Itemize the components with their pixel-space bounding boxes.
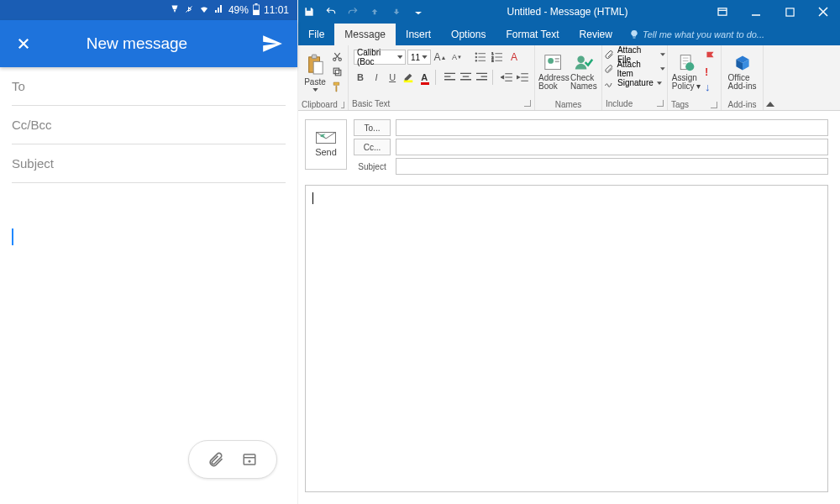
grow-font-button[interactable]: A▲ <box>433 50 448 65</box>
minimize-button[interactable] <box>739 0 773 24</box>
to-input[interactable] <box>396 119 828 136</box>
group-names: AddressBook CheckNames Names <box>535 45 602 110</box>
check-names-label: CheckNames <box>570 74 597 91</box>
mobile-app-bar: New message <box>0 20 297 67</box>
align-right-button[interactable] <box>475 70 488 85</box>
tab-message[interactable]: Message <box>334 24 396 45</box>
svg-rect-23 <box>555 60 559 62</box>
to-field[interactable]: To <box>12 67 286 106</box>
to-button[interactable]: To... <box>354 119 391 136</box>
svg-rect-11 <box>335 70 341 76</box>
tab-insert[interactable]: Insert <box>396 24 441 45</box>
assign-policy-button[interactable]: AssignPolicy ▾ <box>671 49 701 96</box>
align-center-button[interactable] <box>459 70 472 85</box>
insert-button[interactable] <box>241 451 258 468</box>
maximize-button[interactable] <box>773 0 806 24</box>
subject-field[interactable]: Subject <box>12 144 286 183</box>
paste-button[interactable]: Paste <box>302 49 328 96</box>
decrease-indent-button[interactable] <box>500 70 513 85</box>
tab-options[interactable]: Options <box>441 24 496 45</box>
attach-button[interactable] <box>207 451 224 468</box>
check-names-button[interactable]: CheckNames <box>570 49 598 96</box>
window-controls <box>706 0 840 24</box>
attach-item-button[interactable]: Attach Item <box>604 61 665 76</box>
clear-formatting-button[interactable]: A <box>507 50 522 65</box>
signal-icon <box>214 4 224 17</box>
increase-indent-button[interactable] <box>516 70 529 85</box>
save-button[interactable] <box>298 0 320 24</box>
svg-point-14 <box>475 56 477 58</box>
send-button[interactable]: Send <box>305 119 347 170</box>
envelope-icon <box>316 132 336 144</box>
font-color-button[interactable]: A <box>417 70 431 85</box>
svg-point-24 <box>577 56 584 63</box>
ccbcc-field[interactable]: Cc/Bcc <box>12 106 286 144</box>
redo-button[interactable] <box>342 0 364 24</box>
group-addins: OfficeAdd-ins Add-ins <box>722 45 764 110</box>
signature-button[interactable]: Signature <box>604 76 662 90</box>
send-button[interactable] <box>260 32 284 55</box>
prev-item-button[interactable] <box>364 0 386 24</box>
tab-review[interactable]: Review <box>570 24 622 45</box>
clipboard-dialog-icon[interactable] <box>341 102 344 108</box>
cc-button[interactable]: Cc... <box>354 139 391 155</box>
svg-rect-7 <box>312 55 317 59</box>
svg-rect-12 <box>333 68 339 74</box>
follow-up-button[interactable] <box>703 49 717 64</box>
tags-dialog-icon[interactable] <box>711 102 717 108</box>
notification-icon <box>170 4 180 17</box>
numbering-button[interactable]: 123 <box>490 50 505 65</box>
group-tags: AssignPolicy ▾ ! ↓ Tags <box>668 45 722 110</box>
svg-point-13 <box>475 53 477 55</box>
office-addins-label: OfficeAdd-ins <box>728 74 757 91</box>
close-window-button[interactable] <box>806 0 840 24</box>
cc-input[interactable] <box>396 139 828 155</box>
low-importance-button[interactable]: ↓ <box>703 79 717 94</box>
title-bar: Untitled - Message (HTML) <box>298 0 840 24</box>
undo-button[interactable] <box>320 0 342 24</box>
high-importance-button[interactable]: ! <box>703 64 717 79</box>
quick-access-toolbar <box>298 0 429 24</box>
clock-text: 11:01 <box>264 4 289 16</box>
align-left-button[interactable] <box>443 70 456 85</box>
font-name-select[interactable]: Calibri (Boc <box>354 50 406 65</box>
bold-button[interactable]: B <box>354 70 367 85</box>
tab-file[interactable]: File <box>298 24 334 45</box>
battery-text: 49% <box>228 4 249 16</box>
message-body-editor[interactable] <box>305 185 828 492</box>
include-dialog-icon[interactable] <box>657 100 664 107</box>
underline-button[interactable]: U <box>386 70 399 85</box>
svg-rect-3 <box>244 454 255 465</box>
subject-label: Subject <box>354 162 391 171</box>
svg-rect-5 <box>785 8 793 15</box>
svg-point-21 <box>549 58 554 64</box>
basic-text-dialog-icon[interactable] <box>524 100 531 107</box>
format-painter-button[interactable] <box>330 79 344 94</box>
body-cursor <box>312 192 313 204</box>
tell-me-search[interactable]: Tell me what you want to do... <box>629 29 764 39</box>
italic-button[interactable]: I <box>370 70 383 85</box>
highlight-button[interactable] <box>402 70 415 85</box>
office-addins-button[interactable]: OfficeAdd-ins <box>725 49 759 96</box>
address-book-label: AddressBook <box>538 74 570 91</box>
subject-input[interactable] <box>396 158 828 175</box>
bullets-button[interactable] <box>473 50 488 65</box>
battery-icon <box>253 3 260 18</box>
svg-rect-22 <box>555 58 559 60</box>
mobile-compose-screen: 49% 11:01 New message To Cc/Bcc Subject <box>0 0 298 504</box>
window-title: Untitled - Message (HTML) <box>429 6 706 18</box>
tab-format-text[interactable]: Format Text <box>496 24 569 45</box>
svg-rect-19 <box>404 81 413 83</box>
cut-button[interactable] <box>330 49 344 64</box>
next-item-button[interactable] <box>386 0 407 24</box>
svg-point-26 <box>685 62 694 71</box>
copy-button[interactable] <box>330 64 344 79</box>
message-body[interactable] <box>0 183 297 435</box>
ribbon-options-button[interactable] <box>706 0 739 24</box>
font-size-select[interactable]: 11 <box>407 50 431 65</box>
shrink-font-button[interactable]: A▼ <box>449 50 465 65</box>
address-book-button[interactable]: AddressBook <box>538 49 570 96</box>
collapse-ribbon-button[interactable] <box>764 45 777 110</box>
svg-text:3: 3 <box>491 59 494 62</box>
qat-dropdown[interactable] <box>407 0 429 24</box>
